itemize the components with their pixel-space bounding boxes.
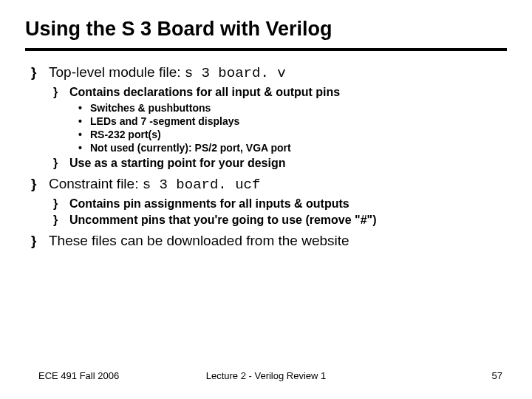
bullet-lvl2: Uncomment pins that you're going to use … — [53, 214, 507, 227]
bullet-lvl1: Constraint file: s 3 board. ucf Contains… — [31, 176, 507, 227]
bullet-text: Constraint file: — [49, 176, 143, 191]
bullet-text: Not used (currently): PS/2 port, VGA por… — [90, 142, 291, 154]
bullet-text: These files can be downloaded from the w… — [49, 233, 349, 248]
bullet-text: Contains pin assignments for all inputs … — [69, 197, 349, 210]
bullet-lvl2: Contains declarations for all input & ou… — [53, 86, 507, 154]
bullet-list-lvl3: Switches & pushbuttons LEDs and 7 -segme… — [77, 102, 507, 154]
footer-center: Lecture 2 - Verilog Review 1 — [206, 370, 327, 381]
bullet-text: Use as a starting point for your design — [69, 157, 286, 169]
bullet-text: RS-232 port(s) — [90, 129, 161, 140]
code-filename: s 3 board. v — [185, 65, 286, 81]
bullet-lvl3: Switches & pushbuttons — [77, 102, 507, 114]
slide: Using the S 3 Board with Verilog Top-lev… — [0, 0, 532, 399]
bullet-text: LEDs and 7 -segment displays — [90, 115, 239, 127]
bullet-list-lvl2: Contains pin assignments for all inputs … — [53, 197, 507, 227]
footer-page-number: 57 — [492, 370, 502, 381]
bullet-text: Switches & pushbuttons — [90, 102, 211, 114]
slide-footer: ECE 491 Fall 2006 Lecture 2 - Verilog Re… — [0, 370, 532, 381]
bullet-text: Uncomment pins that you're going to use … — [69, 214, 376, 226]
bullet-text: Top-level module file: — [49, 64, 185, 80]
bullet-list-lvl2: Contains declarations for all input & ou… — [53, 86, 507, 170]
footer-left: ECE 491 Fall 2006 — [38, 370, 119, 381]
bullet-list-lvl1: Top-level module file: s 3 board. v Cont… — [31, 64, 507, 249]
bullet-lvl3: Not used (currently): PS/2 port, VGA por… — [77, 142, 507, 154]
bullet-lvl3: RS-232 port(s) — [77, 129, 507, 140]
slide-content: Top-level module file: s 3 board. v Cont… — [25, 64, 507, 249]
bullet-lvl1: These files can be downloaded from the w… — [31, 233, 507, 249]
code-filename: s 3 board. ucf — [143, 177, 261, 193]
bullet-lvl2: Contains pin assignments for all inputs … — [53, 197, 507, 211]
title-rule — [25, 48, 507, 51]
bullet-lvl2: Use as a starting point for your design — [53, 157, 507, 170]
slide-title: Using the S 3 Board with Verilog — [25, 18, 507, 41]
bullet-text: Contains declarations for all input & ou… — [69, 86, 340, 98]
bullet-lvl1: Top-level module file: s 3 board. v Cont… — [31, 64, 507, 170]
bullet-lvl3: LEDs and 7 -segment displays — [77, 115, 507, 127]
